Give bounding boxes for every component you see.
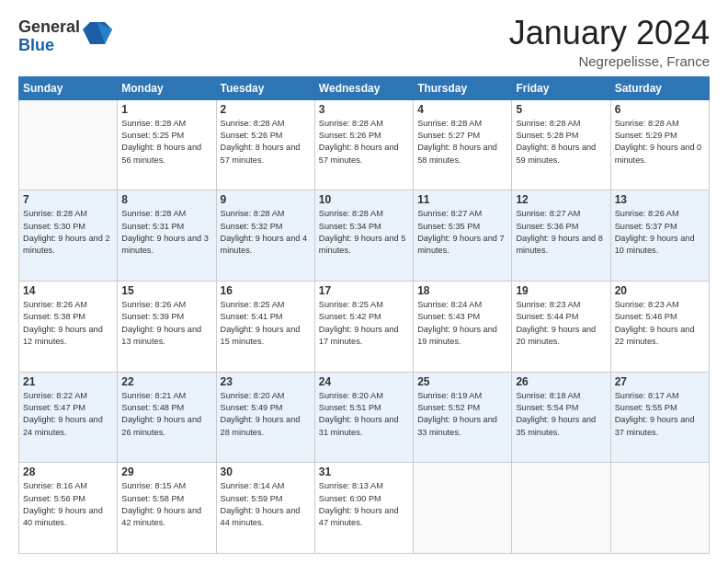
- day-number: 2: [221, 103, 311, 116]
- calendar-row: 7Sunrise: 8:28 AMSunset: 5:30 PMDaylight…: [19, 190, 710, 282]
- header-monday: Monday: [118, 76, 216, 99]
- day-number: 26: [516, 375, 606, 388]
- table-row: 13Sunrise: 8:26 AMSunset: 5:37 PMDayligh…: [610, 190, 709, 282]
- table-row: 19Sunrise: 8:23 AMSunset: 5:44 PMDayligh…: [512, 281, 610, 372]
- day-number: 11: [417, 193, 507, 206]
- day-number: 13: [615, 193, 705, 206]
- page: General Blue January 2024 Negrepelisse, …: [0, 0, 728, 563]
- table-row: [610, 463, 709, 554]
- table-row: 7Sunrise: 8:28 AMSunset: 5:30 PMDaylight…: [19, 190, 118, 282]
- day-info: Sunrise: 8:18 AMSunset: 5:54 PMDaylight:…: [516, 390, 606, 439]
- day-number: 10: [319, 193, 409, 206]
- day-info: Sunrise: 8:28 AMSunset: 5:26 PMDaylight:…: [221, 118, 311, 167]
- table-row: 18Sunrise: 8:24 AMSunset: 5:43 PMDayligh…: [414, 281, 512, 372]
- day-info: Sunrise: 8:28 AMSunset: 5:34 PMDaylight:…: [319, 208, 409, 257]
- table-row: 24Sunrise: 8:20 AMSunset: 5:51 PMDayligh…: [314, 372, 413, 463]
- table-row: 4Sunrise: 8:28 AMSunset: 5:27 PMDaylight…: [414, 99, 512, 190]
- day-info: Sunrise: 8:28 AMSunset: 5:32 PMDaylight:…: [221, 208, 311, 257]
- day-info: Sunrise: 8:28 AMSunset: 5:25 PMDaylight:…: [121, 118, 211, 167]
- day-info: Sunrise: 8:14 AMSunset: 5:59 PMDaylight:…: [221, 480, 311, 529]
- logo-icon: [83, 18, 112, 48]
- table-row: 21Sunrise: 8:22 AMSunset: 5:47 PMDayligh…: [19, 372, 118, 463]
- table-row: 8Sunrise: 8:28 AMSunset: 5:31 PMDaylight…: [118, 190, 216, 282]
- day-info: Sunrise: 8:27 AMSunset: 5:35 PMDaylight:…: [417, 208, 507, 257]
- day-number: 20: [615, 284, 705, 297]
- table-row: 30Sunrise: 8:14 AMSunset: 5:59 PMDayligh…: [216, 463, 314, 554]
- day-info: Sunrise: 8:23 AMSunset: 5:44 PMDaylight:…: [516, 299, 606, 348]
- day-number: 16: [221, 284, 311, 297]
- day-number: 23: [221, 375, 311, 388]
- logo-text: General Blue: [18, 18, 80, 55]
- table-row: 29Sunrise: 8:15 AMSunset: 5:58 PMDayligh…: [118, 463, 216, 554]
- logo-blue: Blue: [18, 37, 80, 55]
- table-row: 27Sunrise: 8:17 AMSunset: 5:55 PMDayligh…: [610, 372, 709, 463]
- table-row: 2Sunrise: 8:28 AMSunset: 5:26 PMDaylight…: [216, 99, 314, 190]
- table-row: 14Sunrise: 8:26 AMSunset: 5:38 PMDayligh…: [19, 281, 118, 372]
- header-friday: Friday: [512, 76, 610, 99]
- location-subtitle: Negrepelisse, France: [509, 53, 710, 69]
- table-row: [414, 463, 512, 554]
- table-row: 20Sunrise: 8:23 AMSunset: 5:46 PMDayligh…: [610, 281, 709, 372]
- day-number: 12: [516, 193, 606, 206]
- day-info: Sunrise: 8:26 AMSunset: 5:37 PMDaylight:…: [615, 208, 705, 257]
- day-number: 21: [23, 375, 113, 388]
- day-number: 15: [121, 284, 211, 297]
- table-row: 11Sunrise: 8:27 AMSunset: 5:35 PMDayligh…: [414, 190, 512, 282]
- day-number: 4: [417, 103, 507, 116]
- day-number: 9: [221, 193, 311, 206]
- day-info: Sunrise: 8:28 AMSunset: 5:26 PMDaylight:…: [319, 118, 409, 167]
- day-info: Sunrise: 8:21 AMSunset: 5:48 PMDaylight:…: [121, 390, 211, 439]
- day-info: Sunrise: 8:25 AMSunset: 5:42 PMDaylight:…: [319, 299, 409, 348]
- day-number: 24: [319, 375, 409, 388]
- day-info: Sunrise: 8:22 AMSunset: 5:47 PMDaylight:…: [23, 390, 113, 439]
- header: General Blue January 2024 Negrepelisse, …: [18, 15, 710, 69]
- table-row: 9Sunrise: 8:28 AMSunset: 5:32 PMDaylight…: [216, 190, 314, 282]
- table-row: 5Sunrise: 8:28 AMSunset: 5:28 PMDaylight…: [512, 99, 610, 190]
- calendar-row: 21Sunrise: 8:22 AMSunset: 5:47 PMDayligh…: [19, 372, 710, 463]
- day-number: 17: [319, 284, 409, 297]
- table-row: 22Sunrise: 8:21 AMSunset: 5:48 PMDayligh…: [118, 372, 216, 463]
- logo-general: General: [18, 18, 80, 37]
- table-row: 12Sunrise: 8:27 AMSunset: 5:36 PMDayligh…: [512, 190, 610, 282]
- table-row: 31Sunrise: 8:13 AMSunset: 6:00 PMDayligh…: [314, 463, 413, 554]
- day-info: Sunrise: 8:26 AMSunset: 5:39 PMDaylight:…: [121, 299, 211, 348]
- day-info: Sunrise: 8:20 AMSunset: 5:49 PMDaylight:…: [221, 390, 311, 439]
- day-info: Sunrise: 8:20 AMSunset: 5:51 PMDaylight:…: [319, 390, 409, 439]
- day-number: 30: [221, 465, 311, 478]
- table-row: 25Sunrise: 8:19 AMSunset: 5:52 PMDayligh…: [414, 372, 512, 463]
- day-number: 8: [121, 193, 211, 206]
- table-row: 3Sunrise: 8:28 AMSunset: 5:26 PMDaylight…: [314, 99, 413, 190]
- calendar-row: 1Sunrise: 8:28 AMSunset: 5:25 PMDaylight…: [19, 99, 710, 190]
- day-number: 1: [121, 103, 211, 116]
- table-row: [512, 463, 610, 554]
- day-info: Sunrise: 8:25 AMSunset: 5:41 PMDaylight:…: [221, 299, 311, 348]
- table-row: 28Sunrise: 8:16 AMSunset: 5:56 PMDayligh…: [19, 463, 118, 554]
- header-sunday: Sunday: [19, 76, 118, 99]
- day-number: 22: [121, 375, 211, 388]
- day-info: Sunrise: 8:13 AMSunset: 6:00 PMDaylight:…: [319, 480, 409, 529]
- table-row: 15Sunrise: 8:26 AMSunset: 5:39 PMDayligh…: [118, 281, 216, 372]
- day-info: Sunrise: 8:28 AMSunset: 5:27 PMDaylight:…: [417, 118, 507, 167]
- table-row: 1Sunrise: 8:28 AMSunset: 5:25 PMDaylight…: [118, 99, 216, 190]
- day-number: 19: [516, 284, 606, 297]
- table-row: 16Sunrise: 8:25 AMSunset: 5:41 PMDayligh…: [216, 281, 314, 372]
- title-area: January 2024 Negrepelisse, France: [509, 15, 710, 69]
- header-thursday: Thursday: [414, 76, 512, 99]
- day-info: Sunrise: 8:28 AMSunset: 5:30 PMDaylight:…: [23, 208, 113, 257]
- day-info: Sunrise: 8:28 AMSunset: 5:29 PMDaylight:…: [615, 118, 705, 167]
- table-row: 17Sunrise: 8:25 AMSunset: 5:42 PMDayligh…: [314, 281, 413, 372]
- header-wednesday: Wednesday: [314, 76, 413, 99]
- day-info: Sunrise: 8:23 AMSunset: 5:46 PMDaylight:…: [615, 299, 705, 348]
- day-number: 6: [615, 103, 705, 116]
- day-number: 7: [23, 193, 113, 206]
- day-number: 25: [417, 375, 507, 388]
- day-number: 29: [121, 465, 211, 478]
- day-info: Sunrise: 8:15 AMSunset: 5:58 PMDaylight:…: [121, 480, 211, 529]
- header-saturday: Saturday: [610, 76, 709, 99]
- weekday-header-row: Sunday Monday Tuesday Wednesday Thursday…: [19, 76, 710, 99]
- day-info: Sunrise: 8:27 AMSunset: 5:36 PMDaylight:…: [516, 208, 606, 257]
- day-info: Sunrise: 8:28 AMSunset: 5:28 PMDaylight:…: [516, 118, 606, 167]
- day-info: Sunrise: 8:28 AMSunset: 5:31 PMDaylight:…: [121, 208, 211, 257]
- day-number: 27: [615, 375, 705, 388]
- table-row: 26Sunrise: 8:18 AMSunset: 5:54 PMDayligh…: [512, 372, 610, 463]
